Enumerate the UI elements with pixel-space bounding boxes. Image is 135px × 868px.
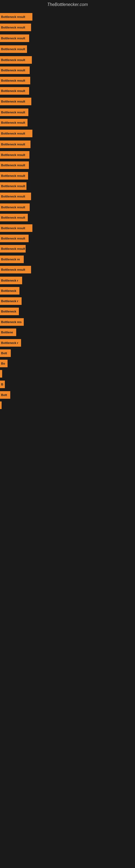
bar-label: Bott [1,393,7,397]
bar-label: Bottleneck result [1,153,25,156]
bar-item [0,370,2,378]
bar-item: Bottleneck result [0,119,28,126]
bar-item: Bottleneck result [0,224,32,232]
bar-label: Bottleneck r [1,300,18,303]
bar-item: Bottleneck result [0,98,31,105]
bar-label: Bottleneck result [1,79,25,82]
bar-item: Bottleneck result [0,34,29,42]
bar-item: Bottleneck r [0,277,22,284]
bar-label: Bottleneck result [1,89,25,93]
bar-item: Bott [0,391,10,399]
bar-item: B [0,380,5,388]
bar-label: Bottleneck result [1,143,25,146]
bar-label: Bottlene [1,331,13,334]
bar-item: Bottleneck res [0,318,24,326]
bar-item: Bottleneck result [0,214,28,221]
bar-label: Bottleneck re [1,258,20,261]
bar-item: Bottleneck result [0,172,28,180]
bar-label: Bottleneck result [1,111,25,114]
bar-item: Bottleneck result [0,161,29,169]
bar-item: Bottleneck result [0,245,26,252]
bar-item: Bottleneck result [0,77,30,84]
bar-label: Bottleneck result [1,100,25,103]
site-title: TheBottlenecker.com [0,0,135,8]
bar-label: Bottleneck result [1,226,25,230]
bar-label: Bottleneck r [1,341,18,344]
chart-area: Bottleneck resultBottleneck resultBottle… [0,8,135,865]
bar-label: Bottleneck result [1,184,25,188]
bar-label: Bottleneck result [1,48,25,51]
bar-label: Bottleneck result [1,69,25,72]
bar-item: Bottleneck result [0,151,30,159]
bar-label: Bott [1,351,7,355]
bar-label: Bottleneck result [1,237,25,240]
bar-label: Bottleneck result [1,15,25,19]
bar-item: Bottleneck result [0,45,27,53]
bar-item: Bottleneck [0,287,19,294]
bar-label: Bo [1,362,5,365]
bar-item: Bottleneck result [0,193,31,200]
bar-label: Bottleneck [1,310,16,313]
bar-label: Bottleneck res [1,320,21,323]
bar-item: Bottleneck result [0,141,31,148]
bar-item: Bottlene [0,329,16,336]
bar-label: Bottleneck [1,289,16,292]
bar-label: Bottleneck r [1,279,18,282]
bar-label: Bottleneck result [1,206,25,209]
bar-label: Bottleneck result [1,58,25,62]
bar-item: Bottleneck r [0,297,21,305]
bar-label: Bottleneck result [1,132,25,135]
bar-item: Bottleneck result [0,266,31,273]
bar-item: Bottleneck result [0,13,32,21]
bar-item: Bottleneck result [0,24,31,31]
bar-label: Bottleneck result [1,268,25,271]
bar-label: Bottleneck result [1,195,25,198]
bar-item: Bottleneck result [0,204,30,211]
bar-item: Bottleneck result [0,87,29,95]
bar-item: Bottleneck [0,308,19,315]
bar-label: Bottleneck result [1,247,25,250]
bar-label: Bottleneck result [1,174,25,177]
bar-item: Bo [0,360,8,367]
bar-label: Bottleneck result [1,26,25,29]
bar-item: Bottleneck result [0,66,30,74]
bar-item: Bottleneck re [0,255,24,263]
bar-item: Bottleneck result [0,108,28,116]
bar-item: Bottleneck result [0,130,32,137]
bar-item [0,401,2,409]
bar-item: Bott [0,349,11,357]
bar-item: Bottleneck result [0,182,27,190]
bar-label: Bottleneck result [1,163,25,167]
bar-item: Bottleneck result [0,235,29,242]
bar-label: B [1,383,3,386]
bar-item: Bottleneck r [0,339,21,347]
bar-label: Bottleneck result [1,37,25,40]
bar-item: Bottleneck result [0,56,32,64]
bar-label: Bottleneck result [1,216,25,219]
bar-label: Bottleneck result [1,121,25,124]
